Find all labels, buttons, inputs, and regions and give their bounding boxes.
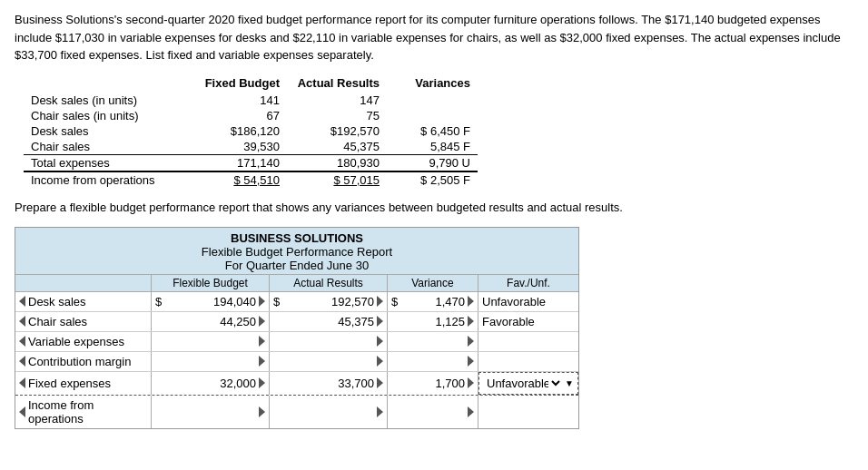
variance-cell[interactable]: $: [388, 292, 478, 311]
variance-cell[interactable]: [388, 312, 478, 331]
flex-budget-input[interactable]: [155, 405, 256, 418]
actual-results-cell[interactable]: $: [270, 292, 388, 311]
fav-unf-cell[interactable]: [478, 396, 578, 428]
flex-budget-input[interactable]: [155, 355, 256, 368]
right-arrow-icon: [259, 356, 265, 367]
fav-unf-cell[interactable]: [478, 332, 578, 351]
fav-unf-cell[interactable]: UnfavorableFavorable▼: [478, 372, 578, 395]
actual-results-input[interactable]: [273, 377, 374, 390]
fav-unf-cell[interactable]: [478, 352, 578, 371]
right-arrow-icon: [468, 316, 474, 327]
prepare-paragraph: Prepare a flexible budget performance re…: [15, 201, 853, 214]
fb-row-label: Total expenses: [24, 154, 187, 171]
flex-table-row: Contribution margin: [15, 352, 578, 372]
fb-row-fixed: $186,120: [187, 123, 287, 139]
actual-results-input[interactable]: [273, 315, 374, 328]
right-arrow-icon: [377, 356, 383, 367]
fav-unf-value: Favorable: [482, 315, 535, 328]
flex-row-label: Desk sales: [15, 292, 152, 311]
flex-budget-input[interactable]: [155, 315, 256, 328]
fb-col-actual: Actual Results: [287, 75, 387, 93]
actual-results-cell[interactable]: [270, 396, 388, 428]
fb-row-variance: [387, 108, 478, 123]
actual-results-input[interactable]: [281, 295, 374, 308]
fb-row-variance: [387, 93, 478, 108]
fb-header-actual: Actual Results: [298, 76, 380, 90]
fb-col-variance: Variances: [387, 75, 478, 93]
fb-row-fixed: 141: [187, 93, 287, 108]
fb-row-variance: $ 2,505 F: [387, 171, 478, 188]
variance-input[interactable]: [399, 295, 465, 308]
flex-table-header: BUSINESS SOLUTIONS Flexible Budget Perfo…: [15, 228, 578, 274]
fav-unf-value: Unfavorable: [482, 295, 546, 308]
flex-table-row: Fixed expensesUnfavorableFavorable▼: [15, 372, 578, 396]
actual-results-input[interactable]: [273, 355, 374, 368]
fav-unf-select[interactable]: UnfavorableFavorable: [483, 376, 563, 391]
flex-budget-input[interactable]: [163, 295, 256, 308]
ch-flexible-budget: Flexible Budget: [152, 275, 270, 291]
flex-budget-cell[interactable]: [152, 372, 270, 395]
right-arrow-icon: [468, 356, 474, 367]
flex-budget-cell[interactable]: [152, 312, 270, 331]
row-label-text: Variable expenses: [28, 335, 124, 348]
report-title: Flexible Budget Performance Report: [15, 245, 578, 259]
row-label-text: Chair sales: [28, 315, 87, 328]
fav-unf-cell[interactable]: Unfavorable: [478, 292, 578, 311]
actual-results-cell[interactable]: [270, 332, 388, 351]
flex-budget-cell[interactable]: $: [152, 292, 270, 311]
fb-row-actual: 180,930: [287, 154, 387, 171]
actual-results-input[interactable]: [273, 335, 374, 348]
fav-unf-cell[interactable]: Favorable: [478, 312, 578, 331]
right-arrow-icon: [259, 377, 265, 388]
right-arrow-icon: [259, 406, 265, 417]
flex-table-row: Income from operations: [15, 396, 578, 428]
flex-budget-input[interactable]: [155, 335, 256, 348]
left-arrow-icon: [19, 406, 25, 417]
company-name: BUSINESS SOLUTIONS: [15, 231, 578, 245]
fb-row-label: Desk sales: [24, 123, 187, 139]
fb-row-actual: 45,375: [287, 139, 387, 155]
fb-row-variance: 9,790 U: [387, 154, 478, 171]
fb-col-fixed: Fixed Budget: [187, 75, 287, 93]
variance-cell[interactable]: [388, 332, 478, 351]
dollar-sign: $: [391, 295, 398, 308]
flex-budget-input[interactable]: [155, 377, 256, 390]
left-arrow-icon: [19, 316, 25, 327]
flex-budget-cell[interactable]: [152, 396, 270, 428]
left-arrow-icon: [19, 377, 25, 388]
actual-results-input[interactable]: [273, 405, 374, 418]
variance-cell[interactable]: [388, 396, 478, 428]
flex-col-headers: Flexible Budget Actual Results Variance …: [15, 274, 578, 292]
ch-fav-unf: Fav./Unf.: [478, 275, 578, 291]
ch-variance: Variance: [388, 275, 478, 291]
fb-row-label: Desk sales (in units): [24, 93, 187, 108]
right-arrow-icon: [468, 377, 474, 388]
fb-row-fixed: 39,530: [187, 139, 287, 155]
flex-row-label: Contribution margin: [15, 352, 152, 371]
right-arrow-icon: [377, 377, 383, 388]
fb-row-fixed: 67: [187, 108, 287, 123]
actual-results-cell[interactable]: [270, 312, 388, 331]
fb-row-actual: 147: [287, 93, 387, 108]
left-arrow-icon: [19, 336, 25, 347]
flex-budget-cell[interactable]: [152, 332, 270, 351]
variance-input[interactable]: [391, 405, 465, 418]
fb-row-actual: $192,570: [287, 123, 387, 139]
flex-budget-cell[interactable]: [152, 352, 270, 371]
right-arrow-icon: [259, 296, 265, 307]
variance-cell[interactable]: [388, 372, 478, 395]
fb-col-label: [24, 75, 187, 93]
variance-input[interactable]: [391, 377, 465, 390]
flex-row-label: Fixed expenses: [15, 372, 152, 395]
flex-table-row: Chair salesFavorable: [15, 312, 578, 332]
flex-row-label: Income from operations: [15, 396, 152, 428]
variance-cell[interactable]: [388, 352, 478, 371]
fb-row-actual: $ 57,015: [287, 171, 387, 188]
intro-paragraph: Business Solutions's second-quarter 2020…: [15, 11, 853, 64]
fb-row-actual: 75: [287, 108, 387, 123]
actual-results-cell[interactable]: [270, 372, 388, 395]
actual-results-cell[interactable]: [270, 352, 388, 371]
variance-input[interactable]: [391, 355, 465, 368]
variance-input[interactable]: [391, 315, 465, 328]
variance-input[interactable]: [391, 335, 465, 348]
